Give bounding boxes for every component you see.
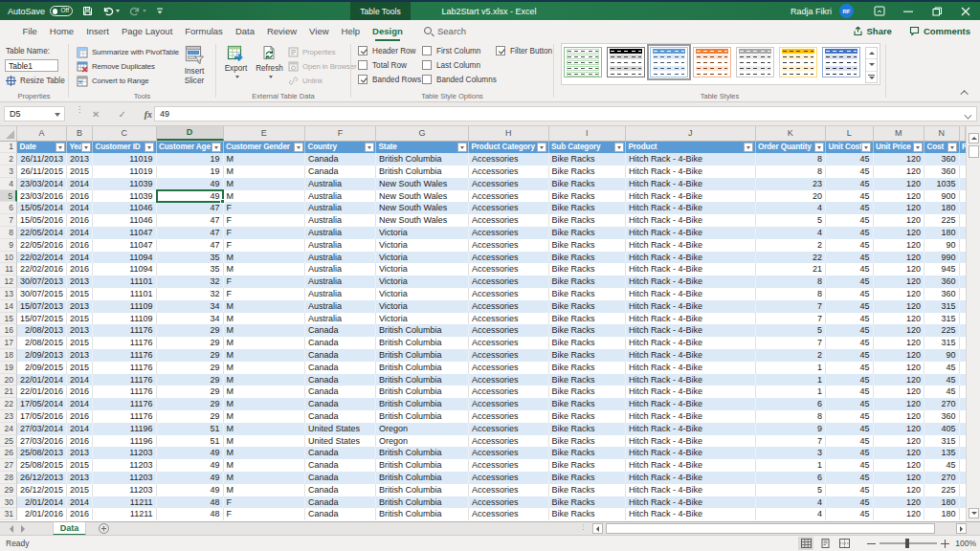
cell-N11[interactable]: 945	[924, 263, 960, 276]
properties-button-disabled[interactable]: Properties	[288, 46, 336, 58]
cell-F9[interactable]: Australia	[305, 239, 376, 252]
cell-H6[interactable]: Accessories	[469, 202, 549, 214]
row-header-13[interactable]: 13	[0, 288, 17, 300]
row-header-30[interactable]: 30	[0, 496, 17, 509]
cell-G8[interactable]: Victoria	[376, 227, 469, 239]
checkbox-last-column[interactable]: Last Column	[422, 60, 480, 70]
cell-H26[interactable]: Accessories	[469, 447, 549, 459]
cell-I18[interactable]: Bike Racks	[549, 349, 627, 362]
cell-M4[interactable]: 120	[874, 178, 925, 190]
row-header-19[interactable]: 19	[0, 362, 17, 374]
cell-I28[interactable]: Bike Racks	[549, 472, 627, 484]
cell-K15[interactable]: 7	[756, 313, 827, 325]
cell-M19[interactable]: 120	[874, 362, 925, 374]
cell-G11[interactable]: Victoria	[376, 263, 469, 276]
filter-button-customer-age[interactable]	[212, 143, 221, 152]
cell-G27[interactable]: British Columbia	[376, 459, 469, 472]
cell-M17[interactable]: 120	[874, 337, 925, 349]
cell-N4[interactable]: 1035	[924, 178, 960, 190]
cell-G17[interactable]: British Columbia	[376, 337, 469, 349]
table-name-input[interactable]	[5, 59, 58, 72]
cell-K30[interactable]: 4	[756, 496, 827, 509]
cell-F18[interactable]: Canada	[305, 349, 376, 362]
cell-L31[interactable]: 45	[826, 508, 874, 520]
filter-button-country[interactable]	[365, 143, 374, 152]
scroll-down-button[interactable]	[969, 508, 979, 518]
cell-B29[interactable]: 2015	[67, 484, 93, 496]
cell-C19[interactable]: 11176	[93, 362, 157, 374]
cell-N2[interactable]: 360	[924, 153, 960, 165]
cell-I30[interactable]: Bike Racks	[549, 496, 627, 509]
cell-G9[interactable]: Victoria	[376, 239, 469, 252]
cell-J16[interactable]: Hitch Rack - 4-Bike	[626, 324, 756, 337]
cell-D3[interactable]: 19	[157, 165, 224, 178]
cell-L13[interactable]: 45	[826, 288, 874, 300]
cell-J31[interactable]: Hitch Rack - 4-Bike	[626, 508, 756, 520]
cell-J7[interactable]: Hitch Rack - 4-Bike	[626, 214, 756, 227]
cell-D18[interactable]: 29	[157, 349, 224, 362]
row-header-10[interactable]: 10	[0, 252, 17, 264]
cell-I25[interactable]: Bike Racks	[549, 435, 627, 448]
checkbox-first-column[interactable]: First Column	[422, 46, 480, 55]
cell-D16[interactable]: 29	[157, 324, 224, 337]
cell-F15[interactable]: Australia	[305, 313, 376, 325]
cell-L16[interactable]: 45	[826, 324, 874, 337]
cell-G15[interactable]: Victoria	[376, 313, 469, 325]
filter-button-unit-cost[interactable]	[861, 143, 871, 152]
cell-M27[interactable]: 120	[874, 459, 925, 472]
cell-K31[interactable]: 4	[756, 508, 827, 520]
cell-D8[interactable]: 47	[157, 227, 224, 239]
cell-D29[interactable]: 49	[157, 484, 224, 496]
customize-qat-button[interactable]	[156, 7, 164, 15]
cell-N12[interactable]: 360	[924, 276, 960, 288]
row-header-18[interactable]: 18	[0, 349, 17, 362]
column-header-B[interactable]: B	[67, 126, 93, 141]
cell-I6[interactable]: Bike Racks	[549, 202, 627, 214]
cell-A27[interactable]: 25/08/2015	[17, 459, 67, 472]
cell-D12[interactable]: 32	[157, 276, 224, 288]
column-header-I[interactable]: I	[549, 126, 627, 141]
cell-F31[interactable]: Canada	[305, 508, 376, 520]
cell-K17[interactable]: 7	[756, 337, 827, 349]
cell-C17[interactable]: 11176	[93, 337, 157, 349]
cell-N22[interactable]: 270	[924, 398, 960, 410]
cell-H27[interactable]: Accessories	[469, 459, 549, 472]
column-header-H[interactable]: H	[469, 126, 549, 141]
cell-M9[interactable]: 120	[874, 239, 925, 252]
cell-I26[interactable]: Bike Racks	[549, 447, 627, 459]
cell-N7[interactable]: 225	[924, 214, 960, 227]
table-header-cell-cost[interactable]: Cost	[924, 142, 960, 154]
save-button[interactable]	[82, 6, 93, 16]
column-header-D[interactable]: D	[157, 126, 224, 141]
cell-N5[interactable]: 900	[924, 190, 960, 203]
cell-N20[interactable]: 45	[924, 374, 960, 386]
cell-K6[interactable]: 4	[756, 202, 827, 214]
cell-I13[interactable]: Bike Racks	[549, 288, 627, 300]
cell-L11[interactable]: 45	[826, 263, 874, 276]
cell-I8[interactable]: Bike Racks	[549, 227, 627, 239]
cell-F21[interactable]: Canada	[305, 386, 376, 398]
gallery-scroll-up-button[interactable]	[866, 48, 877, 59]
column-header-K[interactable]: K	[756, 126, 827, 141]
row-header-6[interactable]: 6	[0, 202, 17, 214]
cell-G20[interactable]: British Columbia	[376, 374, 469, 386]
cell-G31[interactable]: British Columbia	[376, 508, 469, 520]
cell-A31[interactable]: 2/01/2016	[17, 508, 67, 520]
cell-M14[interactable]: 120	[874, 300, 925, 313]
row-header-9[interactable]: 9	[0, 239, 17, 252]
column-header-N[interactable]: N	[924, 126, 960, 141]
cell-J20[interactable]: Hitch Rack - 4-Bike	[626, 374, 756, 386]
cell-L12[interactable]: 45	[826, 276, 874, 288]
cell-N21[interactable]: 45	[924, 386, 960, 398]
cell-D11[interactable]: 35	[157, 263, 224, 276]
tab-help[interactable]: Help	[335, 20, 367, 41]
cell-G14[interactable]: Victoria	[376, 300, 469, 313]
cell-D24[interactable]: 51	[157, 423, 224, 435]
cell-B20[interactable]: 2014	[67, 374, 93, 386]
unlink-button-disabled[interactable]: Unlink	[288, 75, 323, 87]
tab-design[interactable]: Design	[367, 20, 410, 41]
cell-E21[interactable]: M	[224, 386, 306, 398]
cell-H31[interactable]: Accessories	[469, 508, 549, 520]
cell-G23[interactable]: British Columbia	[376, 410, 469, 423]
vertical-scrollbar[interactable]	[966, 126, 980, 521]
